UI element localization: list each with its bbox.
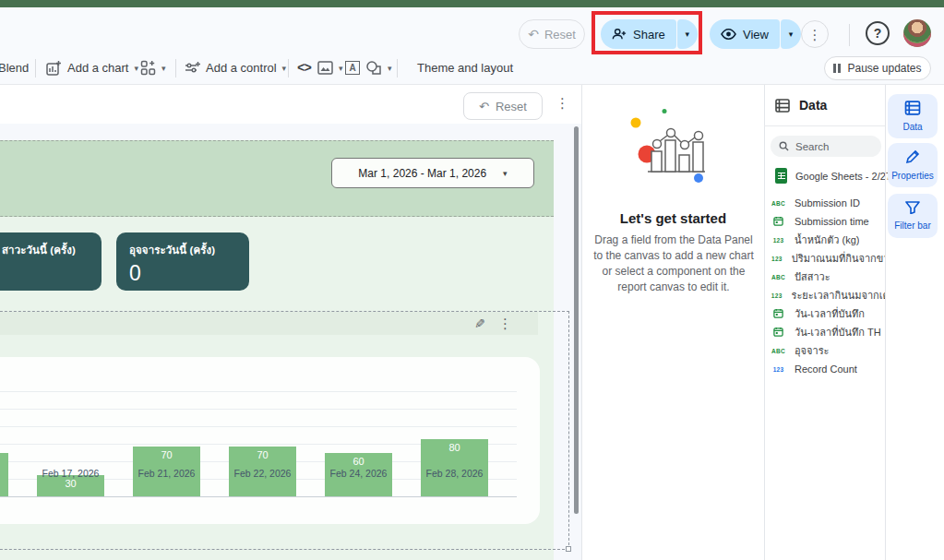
field-item[interactable]: ABCปัสสาวะ <box>764 268 885 286</box>
more-vertical-icon: ⋮ <box>808 28 822 42</box>
resize-handle[interactable] <box>566 546 571 552</box>
data-panel-divider <box>764 125 885 126</box>
rail-tab-data[interactable]: Data <box>888 94 938 138</box>
report-page[interactable]: Mar 1, 2026 - Mar 1, 2026 ▾ สาวะวันนี้ (… <box>0 140 554 560</box>
x-axis-tick-label: Feb 22, 2026 <box>215 468 311 479</box>
field-search-input[interactable]: Search <box>771 136 881 157</box>
text-field-icon: ABC <box>770 348 787 354</box>
number-field-icon: 123 <box>770 256 784 262</box>
app-header: ↶ Reset Share ▾ View ▾ ⋮ ? <box>0 7 944 52</box>
field-list: ABCSubmission IDSubmission time123น้ำหนั… <box>764 194 885 378</box>
embed-code-button[interactable]: <> <box>297 52 311 84</box>
rail-tab-properties[interactable]: Properties <box>888 143 938 187</box>
header-divider <box>849 24 850 46</box>
view-button[interactable]: View <box>710 19 780 49</box>
field-item[interactable]: 123ปริมาณนมที่กินจากขวด... <box>764 249 885 268</box>
blend-button[interactable]: Blend <box>0 52 29 84</box>
data-icon <box>904 101 921 119</box>
image-icon <box>317 61 333 75</box>
field-label: น้ำหนักตัว (kg) <box>795 232 859 248</box>
date-range-control[interactable]: Mar 1, 2026 - Mar 1, 2026 ▾ <box>331 158 534 188</box>
user-avatar[interactable] <box>903 19 931 47</box>
field-item[interactable]: 123น้ำหนักตัว (kg) <box>764 231 885 249</box>
chart-more-menu-icon[interactable]: ⋮ <box>498 316 512 330</box>
field-item[interactable]: วัน-เวลาที่บันทึก <box>764 304 885 323</box>
undo-icon: ↶ <box>479 100 489 113</box>
eye-icon <box>721 29 736 40</box>
field-label: ปัสสาวะ <box>795 268 830 285</box>
theme-layout-label: Theme and layout <box>417 61 513 75</box>
field-label: วัน-เวลาที่บันทึก TH <box>795 324 881 340</box>
field-item[interactable]: 123Record Count <box>764 360 885 378</box>
search-icon <box>779 141 789 151</box>
bar-value-label: 70 <box>133 449 200 460</box>
field-item[interactable]: ABCอุจจาระ <box>764 341 885 360</box>
blend-label: Blend <box>0 61 29 75</box>
add-control-caret: ▾ <box>282 64 287 73</box>
toolbar-divider <box>35 59 36 77</box>
field-item[interactable]: Submission time <box>764 212 885 231</box>
help-icon: ? <box>874 26 882 41</box>
pause-updates-button[interactable]: Pause updates <box>824 56 931 80</box>
rail-tab-label: Properties <box>891 171 934 181</box>
number-field-icon: 123 <box>770 292 783 299</box>
share-button-group: Share ▾ <box>601 19 698 49</box>
image-caret: ▾ <box>339 64 343 73</box>
bar-value-label: 60 <box>325 456 392 467</box>
share-dropdown-caret[interactable]: ▾ <box>677 19 698 49</box>
data-panel-title: Data <box>799 98 827 113</box>
insert-text-button[interactable]: A <box>345 52 360 84</box>
community-visualizations-button[interactable]: ▾ <box>140 52 166 84</box>
bar-value-label: 80 <box>421 442 488 453</box>
bar-chart-component[interactable]: 603070706080 Feb 17, 2026Feb 21, 2026Feb… <box>0 357 540 524</box>
date-field-icon <box>770 327 787 338</box>
datasource-row[interactable]: Google Sheets - 2/27/... <box>775 168 902 184</box>
right-panel: Let's get started Drag a field from the … <box>581 85 944 560</box>
date-range-value: Mar 1, 2026 - Mar 1, 2026 <box>358 167 486 180</box>
help-button[interactable]: ? <box>866 21 890 45</box>
canvas-reset-button[interactable]: ↶ Reset <box>463 92 543 120</box>
canvas-vertical-scrollbar[interactable] <box>574 126 579 514</box>
bar-plot: 603070706080 <box>0 391 517 497</box>
insert-shape-button[interactable]: ▾ <box>365 52 392 84</box>
scorecard-value: 0 <box>129 261 236 286</box>
add-chart-icon <box>46 60 62 76</box>
bar[interactable]: 60 <box>0 453 8 496</box>
scorecard-urine[interactable]: สาวะวันนี้ (ครั้ง) <box>0 232 102 291</box>
add-chart-button[interactable]: Add a chart ▾ <box>46 52 138 84</box>
insert-image-button[interactable]: ▾ <box>317 52 343 84</box>
search-placeholder: Search <box>795 141 829 152</box>
text-icon: A <box>345 61 360 75</box>
share-button[interactable]: Share <box>601 19 676 49</box>
datasource-label: Google Sheets - 2/27/... <box>795 171 902 182</box>
rail-tab-filter-bar[interactable]: Filter bar <box>888 194 938 238</box>
canvas-more-menu[interactable]: ⋮ <box>556 96 569 110</box>
scorecard-stool[interactable]: อุจจาระวันนี้ (ครั้ง) 0 <box>116 232 249 291</box>
pause-icon <box>833 64 841 73</box>
field-item[interactable]: ABCSubmission ID <box>764 194 885 212</box>
google-sheets-icon <box>775 168 787 184</box>
brand-color-strip <box>0 0 944 7</box>
get-started-title: Let's get started <box>582 210 764 226</box>
header-reset-button[interactable]: ↶ Reset <box>519 19 585 49</box>
properties-pencil-icon <box>905 149 920 168</box>
date-field-icon <box>770 308 787 319</box>
edit-toolbar: Blend Add a chart ▾ ▾ Add a control ▾ <>… <box>0 52 944 85</box>
header-reset-label: Reset <box>544 28 576 42</box>
chart-illustration <box>613 109 733 197</box>
add-chart-caret: ▾ <box>135 64 139 73</box>
add-control-button[interactable]: Add a control ▾ <box>185 52 286 84</box>
person-add-icon <box>612 28 627 41</box>
view-label: View <box>743 28 769 42</box>
bar-value-label: 60 <box>0 456 8 467</box>
field-item[interactable]: วัน-เวลาที่บันทึก TH <box>764 323 885 341</box>
view-dropdown-caret[interactable]: ▾ <box>781 19 801 49</box>
field-item[interactable]: 123ระยะเวลากินนมจากเต้า ... <box>764 286 885 304</box>
toolbar-divider <box>288 59 289 77</box>
community-viz-icon <box>140 60 156 76</box>
filter-funnel-icon <box>905 201 920 218</box>
header-more-menu-button[interactable]: ⋮ <box>801 20 829 48</box>
pause-updates-label: Pause updates <box>847 62 921 75</box>
theme-and-layout-button[interactable]: Theme and layout <box>417 52 513 84</box>
edit-pencil-icon[interactable]: ✎ <box>474 316 485 331</box>
